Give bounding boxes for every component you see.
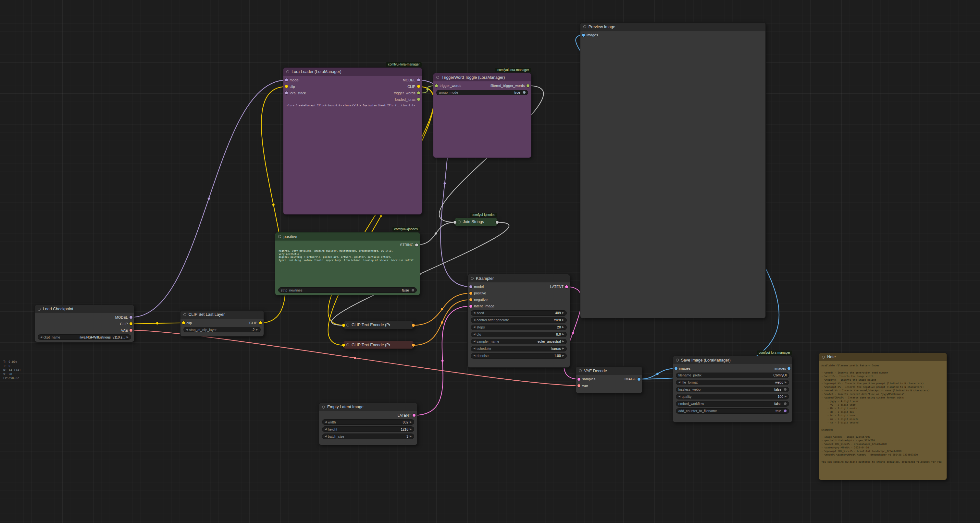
- output-dot[interactable]: [415, 244, 418, 246]
- increment-arrow[interactable]: [562, 340, 564, 343]
- input-dot[interactable]: [435, 84, 438, 87]
- widget-strip-newlines[interactable]: strip_newlinesfalse: [278, 287, 417, 293]
- collapse-dot[interactable]: [583, 25, 586, 28]
- input-slot-clip[interactable]: clip: [285, 85, 295, 89]
- increment-arrow[interactable]: [410, 428, 412, 431]
- widget-control-after-generate[interactable]: control after generatefixed: [471, 317, 567, 323]
- output-slot-filtered-trigger-words[interactable]: filtered_trigger_words: [490, 84, 530, 87]
- widget-batch-size[interactable]: batch_size3: [322, 434, 414, 439]
- widget-file-format[interactable]: file_formatwebp: [676, 380, 789, 385]
- input-slot-model[interactable]: model: [285, 78, 299, 82]
- node-title[interactable]: VAE Decode: [576, 367, 642, 375]
- increment-arrow[interactable]: [784, 395, 786, 398]
- toggle-indicator[interactable]: [784, 403, 786, 405]
- output-dot[interactable]: [259, 321, 262, 324]
- output-slot-loaded-loras[interactable]: loaded_loras: [395, 98, 420, 101]
- node-title[interactable]: Load Checkpoint: [35, 305, 134, 313]
- output-slot-clip[interactable]: CLIP: [407, 85, 420, 89]
- decrement-arrow[interactable]: [40, 336, 42, 339]
- text-widget[interactable]: highres, very detailed, amazing quality,…: [278, 249, 417, 285]
- input-dot[interactable]: [285, 92, 288, 94]
- increment-arrow[interactable]: [784, 381, 786, 384]
- node-save-image[interactable]: comfyui-lora-managerSave Image (LoraMana…: [673, 356, 793, 423]
- widget-width[interactable]: width832: [322, 419, 414, 425]
- decrement-arrow[interactable]: [473, 326, 475, 328]
- output-slot-latent[interactable]: LATENT: [398, 414, 415, 417]
- input-slot-model[interactable]: model: [469, 285, 484, 288]
- collapse-dot[interactable]: [458, 220, 461, 223]
- collapse-dot[interactable]: [38, 308, 41, 311]
- output-dot[interactable]: [565, 285, 568, 288]
- increment-arrow[interactable]: [410, 435, 412, 438]
- node-clip-text-encode-1[interactable]: CLIP Text Encode (Pr: [343, 321, 414, 329]
- collapsed-output-slot[interactable]: [412, 344, 415, 347]
- input-slot-images[interactable]: images: [675, 366, 690, 370]
- input-dot[interactable]: [285, 78, 288, 81]
- increment-arrow[interactable]: [256, 328, 258, 331]
- input-slot-samples[interactable]: samples: [578, 377, 595, 381]
- input-dot[interactable]: [285, 85, 288, 88]
- widget-stop-at-clip-layer[interactable]: stop_at_clip_layer-2: [183, 327, 261, 332]
- collapse-dot[interactable]: [346, 323, 349, 326]
- node-vae-decode[interactable]: VAE DecodesamplesIMAGEvae: [576, 366, 643, 393]
- node-clip-set-last-layer[interactable]: CLIP Set Last LayerclipCLIPstop_at_clip_…: [180, 310, 264, 336]
- increment-arrow[interactable]: [562, 326, 564, 328]
- decrement-arrow[interactable]: [678, 381, 680, 384]
- output-slot-model[interactable]: MODEL: [115, 315, 132, 319]
- decrement-arrow[interactable]: [473, 319, 475, 321]
- increment-arrow[interactable]: [410, 421, 412, 423]
- node-preview-image[interactable]: Preview Imageimages: [580, 22, 766, 319]
- output-dot[interactable]: [129, 329, 132, 332]
- input-dot[interactable]: [182, 321, 185, 324]
- node-title[interactable]: CLIP Text Encode (Pr: [344, 321, 414, 329]
- collapse-dot[interactable]: [346, 343, 349, 346]
- output-slot-clip[interactable]: CLIP: [249, 321, 262, 325]
- node-title[interactable]: CLIP Text Encode (Pr: [344, 341, 414, 349]
- input-dot[interactable]: [582, 34, 585, 36]
- toggle-indicator[interactable]: [784, 409, 786, 412]
- node-title[interactable]: Empty Latent Image: [319, 403, 417, 411]
- output-dot[interactable]: [417, 78, 420, 81]
- node-triggerword-toggle[interactable]: comfyui-lora-managerTriggerWord Toggle (…: [433, 73, 531, 158]
- output-slot-trigger-words[interactable]: trigger_words: [394, 91, 420, 95]
- output-slot-clip[interactable]: CLIP: [120, 322, 132, 326]
- increment-arrow[interactable]: [127, 336, 129, 339]
- toggle-indicator[interactable]: [523, 91, 525, 94]
- widget-denoise[interactable]: denoise1.00: [471, 353, 567, 358]
- decrement-arrow[interactable]: [473, 347, 475, 350]
- node-canvas[interactable]: Load CheckpointMODELCLIPVAEckpt_nameilwa…: [0, 0, 980, 523]
- decrement-arrow[interactable]: [186, 328, 188, 331]
- toggle-indicator[interactable]: [412, 289, 414, 292]
- decrement-arrow[interactable]: [325, 435, 326, 438]
- text-widget[interactable]: <lora:CreateConcept_Illustrious:0.8> <lo…: [286, 104, 418, 108]
- decrement-arrow[interactable]: [325, 428, 326, 431]
- input-dot[interactable]: [469, 298, 472, 301]
- widget-steps[interactable]: steps20: [471, 325, 567, 330]
- input-slot-images[interactable]: images: [582, 33, 598, 37]
- input-dot[interactable]: [469, 305, 472, 308]
- decrement-arrow[interactable]: [473, 340, 475, 343]
- text-widget[interactable]: Available filename_prefix Pattern Codes …: [821, 364, 944, 464]
- node-title[interactable]: Preview Image: [581, 23, 765, 31]
- output-slot-model[interactable]: MODEL: [403, 78, 420, 82]
- widget-cfg[interactable]: cfg8.0: [471, 332, 567, 337]
- output-dot[interactable]: [417, 85, 420, 88]
- input-dot[interactable]: [675, 367, 678, 370]
- input-slot-trigger-words[interactable]: trigger_words: [435, 84, 461, 87]
- collapse-dot[interactable]: [436, 76, 439, 79]
- output-slot-image[interactable]: IMAGE: [625, 377, 640, 381]
- node-empty-latent[interactable]: Empty Latent ImageLATENTwidth832height12…: [319, 403, 417, 445]
- collapse-dot[interactable]: [579, 369, 582, 372]
- output-dot[interactable]: [412, 414, 415, 417]
- collapse-dot[interactable]: [278, 235, 281, 238]
- increment-arrow[interactable]: [562, 347, 564, 350]
- output-dot[interactable]: [527, 84, 530, 87]
- decrement-arrow[interactable]: [678, 395, 680, 398]
- node-title[interactable]: Join Strings: [455, 218, 497, 226]
- collapsed-output-slot[interactable]: [412, 324, 415, 327]
- output-slot-images[interactable]: images: [775, 366, 791, 370]
- collapsed-input-slot[interactable]: [453, 221, 457, 224]
- widget-height[interactable]: height1216: [322, 426, 414, 432]
- widget-add-counter-to-filename[interactable]: add_counter_to_filenametrue: [676, 408, 789, 414]
- node-join-strings[interactable]: comfyui-kjnodesJoin Strings: [455, 218, 498, 226]
